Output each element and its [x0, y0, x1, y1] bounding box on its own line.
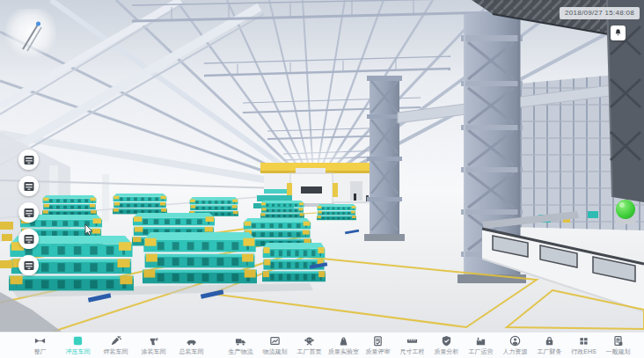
menu-label: 工厂运营 — [469, 347, 494, 356]
module-menu: 生产物流 物流规划 工厂首页 质量实验室 质量评审 尺寸工程 — [223, 335, 635, 356]
menu-label: 行政EHS — [571, 347, 596, 356]
tab-assembly-workshop[interactable]: 总装车间 — [172, 335, 210, 356]
ruler-icon — [406, 335, 418, 347]
menu-label: 一般规划 — [606, 347, 631, 356]
tab-label: 总装车间 — [179, 347, 204, 356]
tab-label: 焊装车间 — [104, 347, 128, 356]
menu-quality-review[interactable]: 质量评审 — [361, 335, 395, 356]
press-station-button[interactable] — [18, 176, 39, 196]
menu-label: 生产物流 — [229, 347, 253, 356]
document-icon — [612, 335, 624, 347]
menu-label: 质量评审 — [366, 347, 391, 356]
safe-icon — [544, 335, 555, 347]
press-station-icon — [23, 233, 35, 245]
tab-painting-workshop[interactable]: 涂装车间 — [135, 335, 172, 356]
tab-label: 冲压车间 — [66, 347, 91, 356]
bottom-toolbar: 整厂 冲压车间 焊装车间 涂装车间 总装车间 生产物流 — [0, 332, 644, 358]
workshop-tabs: 整厂 冲压车间 焊装车间 涂装车间 总装车间 — [21, 335, 210, 356]
menu-label: 质量实验室 — [328, 347, 359, 356]
press-station-icon — [23, 259, 35, 272]
menu-factory-finance[interactable]: 工厂财务 — [532, 335, 567, 356]
compass[interactable] — [5, 9, 56, 60]
bell-icon — [612, 27, 624, 39]
press-station-button[interactable] — [18, 150, 39, 170]
factory-overview-icon — [34, 335, 46, 347]
steel-column-mid — [364, 76, 405, 241]
factory-3d-scene[interactable] — [0, 0, 644, 332]
menu-label: 工厂财务 — [538, 347, 562, 356]
grid-icon — [578, 335, 589, 347]
robot-icon — [304, 335, 315, 347]
tab-welding-workshop[interactable]: 焊装车间 — [97, 335, 135, 356]
compass-icon — [5, 9, 56, 60]
3d-viewport[interactable] — [0, 0, 644, 332]
painting-workshop-icon — [148, 335, 159, 347]
menu-label: 物流规划 — [263, 347, 288, 356]
person-icon — [509, 335, 521, 347]
menu-quality-analysis[interactable]: 质量分析 — [429, 335, 464, 356]
notification-button[interactable] — [611, 26, 626, 40]
press-station-button[interactable] — [18, 202, 39, 223]
menu-quality-lab[interactable]: 质量实验室 — [326, 335, 361, 356]
menu-admin-ehs[interactable]: 行政EHS — [567, 335, 601, 356]
shield-icon — [441, 335, 452, 347]
press-station-icon — [23, 154, 35, 166]
tab-whole-factory[interactable]: 整厂 — [21, 335, 59, 356]
menu-dimensional-engineering[interactable]: 尺寸工程 — [395, 335, 429, 356]
press-station-button[interactable] — [18, 229, 39, 249]
menu-label: 工厂首页 — [297, 347, 322, 356]
review-icon — [372, 335, 384, 347]
planning-icon — [269, 335, 281, 347]
tab-stamping-workshop[interactable]: 冲压车间 — [59, 335, 97, 356]
machine-marker-buttons — [18, 150, 39, 275]
tab-label: 涂装车间 — [142, 347, 166, 356]
menu-human-resources[interactable]: 人力资源 — [498, 335, 532, 356]
press-station-icon — [23, 180, 35, 193]
press-station-button[interactable] — [18, 255, 39, 275]
truck-icon — [235, 335, 246, 347]
stamping-workshop-icon — [72, 335, 84, 347]
menu-label: 质量分析 — [435, 347, 459, 356]
welding-workshop-icon — [110, 335, 121, 347]
app-window: 2018/09/27 15:48:08 整厂 — [0, 0, 644, 358]
menu-logistics-planning[interactable]: 物流规划 — [258, 335, 292, 356]
weight-icon — [338, 335, 349, 347]
menu-factory-home[interactable]: 工厂首页 — [292, 335, 326, 356]
tab-label: 整厂 — [34, 347, 47, 356]
menu-label: 尺寸工程 — [400, 347, 425, 356]
menu-factory-operations[interactable]: 工厂运营 — [464, 335, 498, 356]
assembly-workshop-icon — [186, 335, 197, 347]
menu-production-logistics[interactable]: 生产物流 — [223, 335, 258, 356]
building-icon — [475, 335, 487, 347]
menu-label: 人力资源 — [503, 347, 528, 356]
menu-general-planning[interactable]: 一般规划 — [601, 335, 635, 356]
green-marker[interactable] — [615, 200, 636, 224]
timestamp: 2018/09/27 15:48:08 — [560, 7, 640, 19]
press-station-icon — [23, 207, 35, 219]
